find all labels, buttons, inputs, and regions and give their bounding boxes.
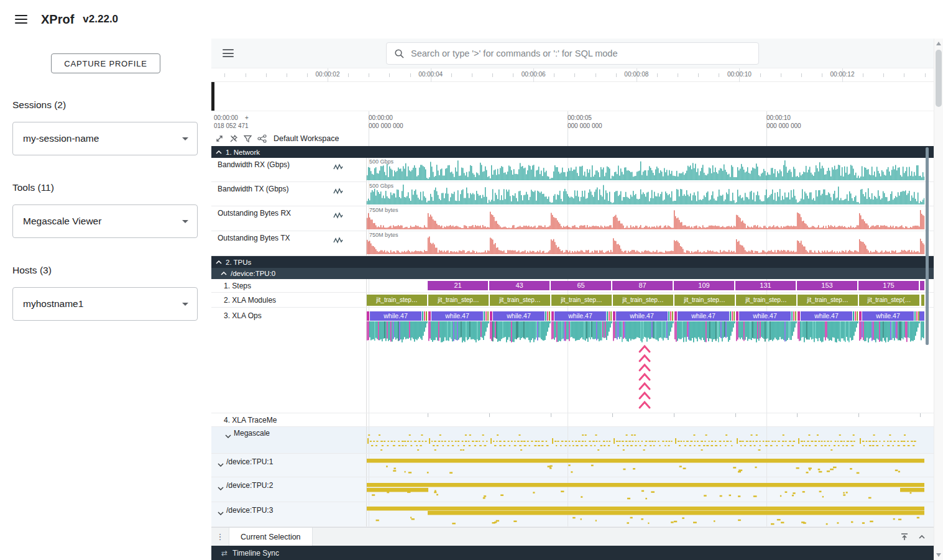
outstanding-bytes-tx-chart[interactable]: 750M bytes [367,231,934,255]
xla-module-slice[interactable]: jit_train_step… [490,295,550,306]
outstanding-bytes-rx-chart[interactable]: 750M bytes [367,206,934,231]
tpu2-track[interactable] [367,477,934,502]
op-slice[interactable] [670,311,671,321]
xla-ops-track[interactable]: while.47while.47while.47while.47while.47… [367,308,934,413]
op-slice[interactable] [853,311,854,321]
counter-chart-icon[interactable] [333,212,343,221]
counter-chart-icon[interactable] [333,163,343,173]
op-slice[interactable] [424,311,425,321]
fit-window-icon[interactable] [215,134,224,143]
counter-chart-icon[interactable] [333,188,343,197]
scroll-down-icon[interactable] [936,553,941,557]
op-slice[interactable] [734,311,735,321]
megascale-events[interactable] [367,427,924,453]
step-slice[interactable]: 131 [735,281,796,290]
xla-module-slice[interactable]: jit_train_step… [613,295,673,306]
op-slice[interactable] [426,311,427,321]
while-op-slice[interactable]: while.47 [616,311,668,321]
op-slice[interactable] [857,311,858,321]
step-slice[interactable]: 87 [612,281,673,290]
op-slice[interactable] [859,311,862,321]
xla-module-slice[interactable]: jit_train_step… [551,295,612,306]
while-op-slice[interactable]: while.47 [554,311,606,321]
omnibox[interactable] [386,42,759,65]
op-slice[interactable] [428,311,431,321]
while-op-slice[interactable]: while.47 [370,311,421,321]
chevron-down-icon[interactable] [225,431,231,440]
timeline-overview[interactable] [211,82,934,111]
page-scrollbar-thumb[interactable] [936,50,942,107]
op-slice[interactable] [367,311,369,321]
xla-module-slice[interactable]: jit_train_step… [674,295,735,306]
track-name[interactable]: /device:TPU:3 [226,506,273,515]
op-slice[interactable] [732,311,733,321]
step-slice[interactable]: 153 [797,281,857,290]
tab-current-selection[interactable]: Current Selection [229,528,313,546]
op-slice[interactable] [422,311,423,321]
xla-module-slice[interactable]: jit_train_step… [798,295,858,306]
counter-series[interactable] [367,206,924,231]
op-slice[interactable] [919,311,924,321]
op-slice[interactable] [674,311,677,321]
xla-traceme-track[interactable] [367,413,934,426]
track-name[interactable]: Megascale [234,429,270,438]
host-select[interactable]: myhostname1 [12,287,198,321]
op-slice[interactable] [490,311,492,321]
op-slice[interactable] [551,311,554,321]
op-slice[interactable] [549,311,550,321]
session-select[interactable]: my-session-name [12,122,198,155]
op-slice[interactable] [484,311,485,321]
xla-module-slice[interactable]: jit_train_step… [736,295,796,306]
xla-modules-track[interactable]: jit_train_step…jit_train_step…jit_train_… [367,293,934,307]
page-scrollbar[interactable] [934,39,943,560]
group-header-tpus[interactable]: 2. TPUs [211,256,934,268]
chevron-down-icon[interactable] [218,484,224,492]
step-slice[interactable]: 175 [858,281,919,290]
while-op-slice[interactable]: while.47 [678,311,729,321]
tool-select[interactable]: Megascale Viewer [12,204,198,238]
op-slice[interactable] [487,311,489,321]
op-slice[interactable] [916,311,918,321]
while-op-slice[interactable]: while.47 [862,311,914,321]
chevron-down-icon[interactable] [218,508,224,517]
bandwidth-tx-chart[interactable]: 500 Gbps [367,182,934,206]
xla-ops-flame[interactable] [367,321,924,413]
counter-series[interactable] [367,231,924,255]
device-events[interactable] [367,454,924,477]
step-slice[interactable]: 65 [551,281,611,290]
menu-icon[interactable] [15,15,27,24]
track-name[interactable]: /device:TPU:2 [226,481,273,490]
counter-series[interactable] [367,158,924,181]
chevron-up-icon[interactable] [216,260,222,264]
timeline-ruler[interactable]: 00:00:0200:00:0400:00:0600:00:0800:00:10… [211,68,934,82]
step-slice[interactable] [920,281,924,290]
pin-off-icon[interactable] [229,134,238,143]
while-op-slice[interactable]: while.47 [739,311,791,321]
while-op-slice[interactable]: while.47 [493,311,545,321]
megascale-track[interactable] [367,427,934,453]
workspace-name[interactable]: Default Workspace [274,134,339,143]
filter-icon[interactable] [244,135,252,143]
xla-module-slice[interactable] [921,295,924,306]
op-slice[interactable] [730,311,731,321]
op-slice[interactable] [795,311,796,321]
search-input[interactable] [411,48,751,58]
tracks-scrollbar[interactable] [925,146,934,527]
group-header-network[interactable]: 1. Network [211,146,934,158]
op-slice[interactable] [547,311,548,321]
xla-module-slice[interactable]: jit_train_step… [428,295,489,306]
timeline-sync-bar[interactable]: ⇄ Timeline Sync [211,546,934,560]
op-slice[interactable] [609,311,610,321]
xla-module-slice[interactable]: jit_train_step(… [859,295,919,306]
chevron-down-icon[interactable] [218,460,224,469]
while-op-slice[interactable]: while.47 [801,311,852,321]
step-slice[interactable]: 21 [428,281,488,290]
op-slice[interactable] [610,311,612,321]
counter-chart-icon[interactable] [333,237,343,246]
bandwidth-rx-chart[interactable]: 500 Gbps [367,158,934,181]
trace-menu-icon[interactable] [223,49,234,57]
chevron-up-icon[interactable] [216,150,222,154]
op-slice[interactable] [793,311,794,321]
track-name[interactable]: /device:TPU:1 [226,457,273,466]
op-slice[interactable] [672,311,673,321]
